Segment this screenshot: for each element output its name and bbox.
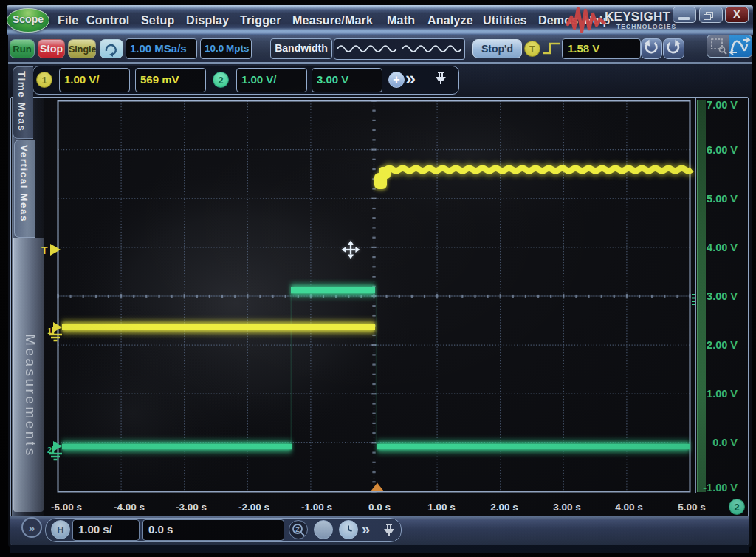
svg-text:T: T (41, 245, 48, 256)
svg-text:Z: Z (295, 526, 300, 533)
